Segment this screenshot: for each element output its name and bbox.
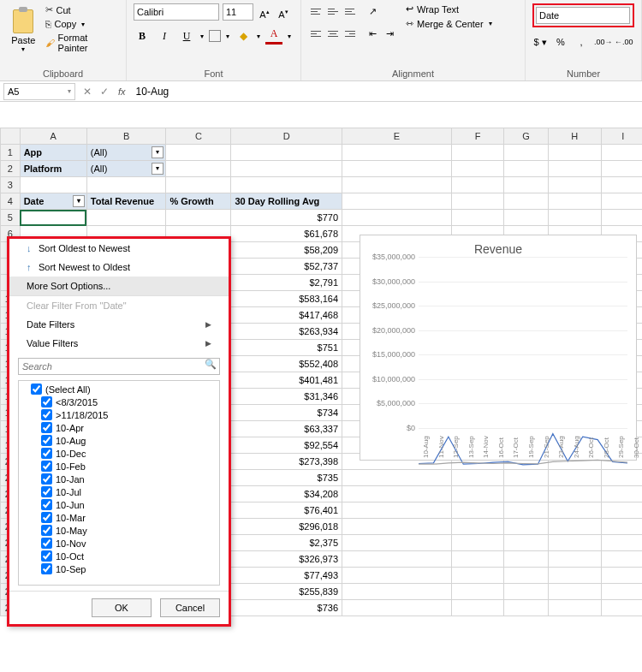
filter-checkbox-item[interactable]: 10-Feb xyxy=(22,460,216,473)
filter-checkbox-item[interactable]: <8/3/2015 xyxy=(22,395,216,408)
cell[interactable]: $296,018 xyxy=(231,519,342,535)
number-format-select[interactable] xyxy=(536,7,630,24)
cell[interactable] xyxy=(20,210,86,226)
align-middle-button[interactable] xyxy=(325,3,341,19)
checkbox[interactable] xyxy=(41,461,52,472)
cell[interactable]: $31,346 xyxy=(231,389,342,405)
checkbox[interactable] xyxy=(41,499,52,510)
filter-checkbox-item[interactable]: 10-May xyxy=(22,524,216,537)
cell[interactable]: $92,554 xyxy=(231,437,342,454)
more-sort-options[interactable]: More Sort Options... xyxy=(9,277,229,295)
col-header-C[interactable]: C xyxy=(166,128,231,145)
cell[interactable]: $63,337 xyxy=(231,421,342,437)
checkbox[interactable] xyxy=(31,384,42,395)
accounting-format-button[interactable]: $ ▾ xyxy=(532,34,548,50)
align-right-button[interactable] xyxy=(342,26,358,41)
sort-newest-oldest[interactable]: ↑Sort Newest to Oldest xyxy=(9,258,229,277)
filter-cancel-button[interactable]: Cancel xyxy=(160,598,220,617)
checkbox[interactable] xyxy=(41,435,52,446)
cell[interactable]: $52,737 xyxy=(231,259,342,275)
increase-indent-button[interactable]: ⇥ xyxy=(382,26,397,41)
cell[interactable] xyxy=(86,210,166,226)
cell[interactable]: $734 xyxy=(231,405,342,421)
checkbox[interactable] xyxy=(41,422,52,433)
underline-button[interactable]: U xyxy=(178,27,195,45)
cell[interactable]: $58,209 xyxy=(231,242,342,259)
filter-checkbox-item[interactable]: 10-Jan xyxy=(22,473,216,485)
cell[interactable]: $263,934 xyxy=(231,324,342,340)
enter-formula-button[interactable]: ✓ xyxy=(96,86,113,98)
format-painter-button[interactable]: 🖌Format Painter xyxy=(44,32,119,54)
col-header-F[interactable]: F xyxy=(451,128,504,145)
checkbox[interactable] xyxy=(41,409,52,420)
font-color-button[interactable]: A xyxy=(265,27,282,45)
cell[interactable]: $735 xyxy=(231,470,342,486)
dropdown-arrow-icon[interactable]: ▾ xyxy=(152,146,163,158)
italic-button[interactable]: I xyxy=(156,27,173,45)
col-header-A[interactable]: A xyxy=(20,128,86,145)
copy-button[interactable]: ⎘Copy▾ xyxy=(44,18,119,30)
cell[interactable]: $2,791 xyxy=(231,275,342,291)
align-top-button[interactable] xyxy=(308,3,324,19)
revenue-chart[interactable]: Revenue $0$5,000,000$10,000,000$15,000,0… xyxy=(360,235,637,461)
cut-button[interactable]: ✂Cut xyxy=(44,3,119,16)
checkbox[interactable] xyxy=(41,473,52,485)
filter-search-box[interactable]: 🔍 xyxy=(18,358,220,375)
col-header-D[interactable]: D xyxy=(231,128,342,145)
paste-button[interactable]: Paste ▾ xyxy=(7,3,40,58)
checkbox[interactable] xyxy=(41,396,52,407)
filter-ok-button[interactable]: OK xyxy=(92,598,152,617)
filter-checkbox-item[interactable]: 10-Jul xyxy=(22,485,216,498)
cell[interactable]: $770 xyxy=(231,210,342,226)
select-all-corner[interactable] xyxy=(1,128,21,145)
cell[interactable]: $326,973 xyxy=(231,551,342,568)
checkbox[interactable] xyxy=(41,550,52,562)
cell[interactable]: $77,493 xyxy=(231,568,342,584)
fill-color-button[interactable]: ◆ xyxy=(235,27,252,45)
decrease-indent-button[interactable]: ⇤ xyxy=(365,26,380,41)
row-header[interactable]: 4 xyxy=(1,193,21,210)
checkbox[interactable] xyxy=(41,525,52,536)
checkbox[interactable] xyxy=(41,538,52,549)
orientation-button[interactable]: ↗ xyxy=(365,3,380,19)
filter-checkbox-item[interactable]: 10-Jun xyxy=(22,498,216,511)
cell[interactable]: $417,468 xyxy=(231,307,342,324)
checkbox[interactable] xyxy=(41,486,52,497)
col-header-B[interactable]: B xyxy=(86,128,166,145)
cell[interactable] xyxy=(166,210,231,226)
merge-center-button[interactable]: ⇿Merge & Center▾ xyxy=(406,18,492,29)
filter-checkbox-item[interactable]: 10-Aug xyxy=(22,434,216,447)
align-center-button[interactable] xyxy=(325,26,341,41)
cell[interactable]: $751 xyxy=(231,340,342,356)
align-left-button[interactable] xyxy=(308,26,324,41)
cancel-formula-button[interactable]: ✕ xyxy=(79,86,96,98)
dropdown-arrow-icon[interactable]: ▾ xyxy=(152,163,163,175)
row-header[interactable]: 5 xyxy=(1,210,21,226)
row-header[interactable]: 3 xyxy=(1,177,21,193)
col-header-H[interactable]: H xyxy=(548,128,601,145)
insert-function-button[interactable]: fx xyxy=(113,86,131,97)
formula-input[interactable] xyxy=(131,86,642,98)
sort-oldest-newest[interactable]: ↓Sort Oldest to Newest xyxy=(9,239,229,258)
comma-format-button[interactable]: , xyxy=(574,34,589,50)
cell[interactable]: $552,408 xyxy=(231,356,342,372)
percent-format-button[interactable]: % xyxy=(553,34,568,50)
date-filters-submenu[interactable]: Date Filters▶ xyxy=(9,315,229,334)
filter-checkbox-item[interactable]: 10-Sep xyxy=(22,562,216,575)
filter-checkbox-item[interactable]: 10-Dec xyxy=(22,447,216,460)
cell[interactable]: $401,481 xyxy=(231,372,342,389)
checkbox[interactable] xyxy=(41,512,52,523)
cell[interactable]: $34,208 xyxy=(231,486,342,503)
pivot-header-date[interactable]: Date▾ xyxy=(20,193,86,210)
filter-checklist[interactable]: (Select All)<8/3/2015>11/18/201510-Apr10… xyxy=(18,380,220,586)
font-family-select[interactable] xyxy=(134,3,219,21)
col-header-G[interactable]: G xyxy=(504,128,548,145)
wrap-text-button[interactable]: ↩Wrap Text xyxy=(406,3,492,15)
col-header-E[interactable]: E xyxy=(342,128,452,145)
cell[interactable]: $736 xyxy=(231,600,342,616)
col-header-I[interactable]: I xyxy=(601,128,642,145)
value-filters-submenu[interactable]: Value Filters▶ xyxy=(9,334,229,353)
pivot-filter-app-value[interactable]: (All)▾ xyxy=(86,145,166,161)
increase-font-button[interactable]: A▴ xyxy=(257,4,272,20)
cell[interactable]: $583,164 xyxy=(231,291,342,307)
